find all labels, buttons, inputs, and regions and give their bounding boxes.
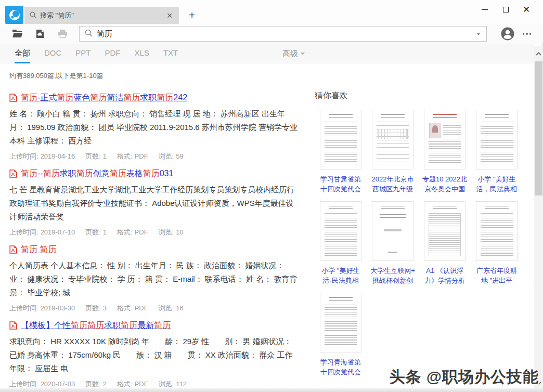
result-meta: 上传时间:2019-03-30页数:3格式:PDF浏览:16	[9, 304, 299, 313]
result-title-link[interactable]: 【模板】个性简历简历求职简历最新简历	[21, 320, 171, 331]
search-input[interactable]	[97, 30, 471, 38]
meta-label: 格式:	[117, 304, 133, 312]
scrollbar-thumb[interactable]	[535, 61, 542, 195]
filter-tab-txt[interactable]: TXT	[163, 44, 178, 63]
meta-pair: 浏览:112	[159, 380, 187, 388]
chevron-down-icon	[476, 33, 481, 35]
result-item: 【模板】个性简历简历求职简历最新简历求职意向： HR XXXXX 10K 随时到…	[9, 320, 299, 388]
suggestion-caption: 学习青海省第十四次党代会	[315, 357, 367, 377]
thumb-heading-lines	[329, 206, 353, 210]
meta-label: 页数:	[85, 380, 101, 388]
result-item: 简历--简历求职简历创意简历表格简历031七 芒 星教育背景湖北工业大学湖北工业…	[9, 168, 299, 237]
tab-title: 搜索 "简历"	[40, 11, 165, 20]
filter-tab-xls[interactable]: XLS	[135, 44, 149, 63]
caption-line: 小学 "美好生	[471, 174, 523, 184]
minimize-button[interactable]	[474, 3, 495, 16]
document-thumbnail	[320, 201, 361, 261]
close-button[interactable]: ✕	[516, 3, 537, 16]
vertical-scrollbar[interactable]	[534, 46, 543, 392]
suggestion-card[interactable]: 2022年北京市西城区九年级	[367, 110, 419, 194]
suggestion-card[interactable]: 小学 "美好生活，民法典相	[471, 110, 523, 194]
title-text: 242	[173, 93, 187, 102]
meta-pair: 页数:2	[85, 380, 107, 388]
suggestion-card[interactable]: 小学 "美好生活·民法典相	[315, 201, 367, 285]
document-thumbnail	[372, 201, 413, 261]
suggestion-card[interactable]: 学习青海省第十四次党代会	[315, 293, 367, 377]
meta-pair: 上传时间:2019-03-30	[9, 304, 75, 312]
print-button[interactable]	[55, 26, 70, 42]
results-column: 约有389,050篇,以下是第1-10篇 简历-正式简历蓝色简历简洁简历求职简历…	[9, 71, 299, 388]
app-logo-icon[interactable]	[5, 6, 23, 24]
caption-line: 地 "进出平	[471, 276, 523, 285]
result-title-link[interactable]: 简历-正式简历蓝色简历简洁简历求职简历242	[21, 93, 187, 103]
watermark-text: 头条 @职场办公技能	[389, 367, 539, 388]
suggestion-caption: A1 《认识浮力》学情分析	[419, 266, 471, 285]
suggestion-card[interactable]: 大学生互联网+挑战杯创新创	[367, 201, 419, 285]
advanced-filter-button[interactable]: 高级	[282, 44, 305, 63]
caption-line: 活，民法典相	[471, 184, 523, 194]
title-text: 求职	[140, 93, 157, 102]
result-description: 姓 名： 顾小白 籍 贯： 扬州 求职意向： 销售经理 现 居 地： 苏州高新区…	[9, 107, 299, 148]
profile-icon	[500, 27, 515, 41]
results-list: 简历-正式简历蓝色简历简洁简历求职简历242姓 名： 顾小白 籍 贯： 扬州 求…	[9, 93, 299, 388]
document-thumbnail	[372, 110, 413, 169]
suggestion-card[interactable]: A1 《认识浮力》学情分析	[419, 201, 471, 285]
result-title-link[interactable]: 简历--简历求职简历创意简历表格简历031	[21, 168, 173, 179]
search-history-dropdown[interactable]	[471, 27, 486, 41]
suggestions-title: 猜你喜欢	[315, 90, 526, 101]
result-title-link[interactable]: 简历 简历	[21, 244, 56, 255]
suggestion-card[interactable]: 学习甘肃省第十四次党代会	[315, 110, 367, 194]
caption-line: A1 《认识浮	[419, 266, 471, 276]
new-tab-button[interactable]: +	[186, 9, 198, 22]
thumb-text-lines	[443, 123, 461, 139]
thumb-text-lines	[325, 213, 357, 256]
thumb-text-lines	[325, 122, 357, 165]
meta-pair: 浏览:59	[159, 152, 184, 160]
thumb-heading-lines	[433, 206, 457, 210]
maximize-button[interactable]	[495, 3, 516, 16]
toolbar	[0, 24, 543, 44]
more-options-button[interactable]	[519, 29, 535, 38]
close-icon: ✕	[523, 5, 530, 14]
meta-label: 上传时间:	[9, 228, 38, 236]
meta-pair: 格式:PDF	[117, 152, 148, 160]
caption-line: 学习青海省第	[315, 357, 367, 367]
meta-pair: 上传时间:2019-07-10	[9, 228, 75, 236]
title-text: 表格	[126, 169, 143, 178]
highlighted-keyword: 简历	[21, 245, 37, 254]
suggestion-card[interactable]: 专题10 2022北京冬奥会中国	[419, 110, 471, 194]
highlighted-keyword: 简历	[154, 321, 171, 330]
advanced-label: 高级	[282, 49, 298, 59]
tab-bar: 搜索 "简历" ✕ + ✕	[0, 0, 543, 24]
open-file-button[interactable]	[9, 26, 25, 42]
meta-value: PDF	[135, 228, 148, 236]
filter-bar: 全部DOCPPTPDFXLSTXT 高级	[0, 44, 534, 63]
highlighted-keyword: 简历	[40, 245, 56, 254]
thumb-text-lines	[481, 213, 513, 256]
result-item: 简历-正式简历蓝色简历简洁简历求职简历242姓 名： 顾小白 籍 贯： 扬州 求…	[9, 93, 299, 161]
tab-close-icon[interactable]: ✕	[165, 12, 174, 19]
filter-tab-pdf[interactable]: PDF	[105, 44, 121, 63]
meta-value: 2019-03-30	[41, 304, 75, 312]
filter-tab-ppt[interactable]: PPT	[75, 44, 90, 63]
new-document-button[interactable]	[32, 26, 48, 42]
caption-line: 西城区九年级	[367, 184, 419, 194]
meta-label: 格式:	[117, 228, 133, 236]
caption-line: 学习甘肃省第	[315, 174, 367, 184]
meta-value: 2019-07-10	[41, 228, 75, 236]
profile-button[interactable]	[500, 27, 515, 41]
filter-tab-全部[interactable]: 全部	[15, 44, 30, 63]
result-description: 七 芒 星教育背景湖北工业大学湖北工业大学工作经历策划专员策划专员校内经历行政助…	[9, 183, 299, 224]
suggestions-panel: 猜你喜欢 学习甘肃省第十四次党代会2022年北京市西城区九年级专题10 2022…	[315, 90, 526, 384]
pdf-file-icon	[9, 169, 17, 178]
main-content: 约有389,050篇,以下是第1-10篇 简历-正式简历蓝色简历简洁简历求职简历…	[0, 63, 534, 388]
meta-value: 3	[103, 304, 107, 312]
highlighted-keyword: 简历	[43, 169, 60, 178]
caption-line: 大学生互联网+	[367, 266, 419, 276]
meta-pair: 页数:1	[85, 152, 107, 160]
result-title-row: 【模板】个性简历简历求职简历最新简历	[9, 320, 299, 331]
scroll-up-button[interactable]	[534, 48, 543, 59]
tab-search-results[interactable]: 搜索 "简历" ✕	[24, 7, 179, 24]
filter-tab-doc[interactable]: DOC	[44, 44, 61, 63]
suggestion-card[interactable]: 广东省年度耕地 "进出平	[471, 201, 523, 285]
